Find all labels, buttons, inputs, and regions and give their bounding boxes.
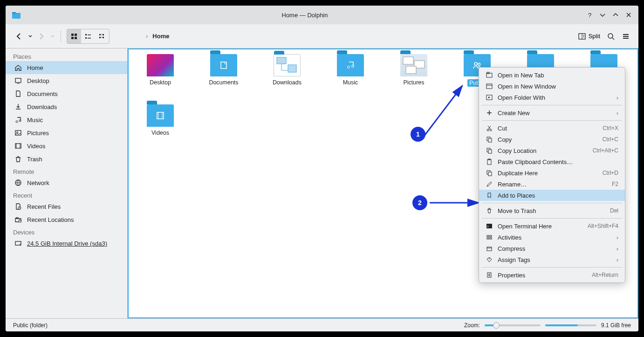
sidebar-item-internal-drive[interactable]: 24.5 GiB Internal Drive (sda3) <box>6 237 127 250</box>
svg-point-45 <box>478 63 480 66</box>
cm-cut[interactable]: CutCtrl+X <box>479 123 625 134</box>
trash-icon <box>14 155 22 163</box>
recent-files-icon <box>14 202 22 211</box>
zoom-slider[interactable] <box>485 324 541 326</box>
forward-button[interactable] <box>36 31 47 41</box>
cm-compress[interactable]: Compress› <box>479 243 625 254</box>
breadcrumb[interactable]: › Home <box>146 33 169 40</box>
breadcrumb-home[interactable]: Home <box>152 33 169 40</box>
window-icon <box>486 83 493 90</box>
icons-view-button[interactable] <box>67 29 81 43</box>
folder-icon <box>274 54 301 76</box>
forward-dropdown[interactable] <box>50 31 55 41</box>
close-button[interactable] <box>624 11 633 19</box>
cm-open-with[interactable]: Open Folder With› <box>479 92 625 103</box>
menu-button[interactable] <box>622 32 630 41</box>
sidebar-item-documents[interactable]: Documents <box>6 87 127 100</box>
archive-icon <box>486 245 493 252</box>
annotation-badge-2: 2 <box>412 195 427 210</box>
cm-create-new[interactable]: Create New› <box>479 107 625 118</box>
sidebar-item-trash[interactable]: Trash <box>6 152 127 165</box>
chevron-right-icon: › <box>617 234 618 241</box>
videos-icon <box>14 142 22 150</box>
sidebar-item-videos[interactable]: Videos <box>6 139 127 152</box>
sidebar-item-network[interactable]: Network <box>6 176 127 189</box>
cm-open-tab[interactable]: Open in New Tab <box>479 69 625 81</box>
cm-open-terminal[interactable]: Open Terminal HereAlt+Shift+F4 <box>479 220 625 232</box>
folder-videos[interactable]: Videos <box>138 104 183 136</box>
sidebar-item-recent-locations[interactable]: Recent Locations <box>6 213 127 226</box>
back-dropdown[interactable] <box>28 31 33 41</box>
svg-text:?: ? <box>588 12 591 18</box>
folder-icon <box>337 54 364 76</box>
cm-copy-location[interactable]: Copy LocationCtrl+Alt+C <box>479 145 625 156</box>
toolbar: › Home Split <box>6 24 638 48</box>
properties-icon <box>486 271 493 279</box>
music-icon <box>14 116 22 124</box>
folder-desktop[interactable]: Desktop <box>138 54 183 87</box>
svg-point-55 <box>490 129 492 131</box>
sidebar-item-music[interactable]: Music <box>6 113 127 126</box>
cm-open-window[interactable]: Open in New Window <box>479 81 625 92</box>
sidebar-item-recent-files[interactable]: Recent Files <box>6 200 127 213</box>
svg-point-39 <box>348 66 350 69</box>
tag-icon <box>486 256 493 263</box>
compact-view-button[interactable] <box>81 29 95 43</box>
svg-rect-59 <box>488 150 492 153</box>
search-button[interactable] <box>607 32 615 41</box>
tab-icon <box>486 71 493 79</box>
svg-point-27 <box>17 132 18 133</box>
desktop-icon <box>14 76 22 85</box>
split-icon <box>578 33 586 40</box>
cm-rename[interactable]: Rename…F2 <box>479 179 625 190</box>
maximize-button[interactable] <box>611 11 620 19</box>
cm-move-to-trash[interactable]: Move to TrashDel <box>479 205 625 216</box>
folder-music[interactable]: Music <box>328 54 373 87</box>
folder-downloads[interactable]: Downloads <box>265 54 309 87</box>
cm-activities[interactable]: Activities› <box>479 232 625 243</box>
copy-icon <box>486 136 493 143</box>
drive-icon <box>14 239 22 248</box>
svg-rect-65 <box>487 235 489 237</box>
folder-documents[interactable]: Documents <box>201 54 246 87</box>
split-view-button[interactable]: Split <box>578 33 600 40</box>
recent-locations-icon <box>14 215 22 224</box>
svg-rect-41 <box>403 57 413 64</box>
cm-properties[interactable]: PropertiesAlt+Return <box>479 269 625 281</box>
svg-rect-66 <box>490 235 492 237</box>
copy-location-icon <box>486 147 493 154</box>
svg-rect-51 <box>486 84 492 89</box>
titlebar: Home — Dolphin ? <box>6 6 638 24</box>
sidebar-item-desktop[interactable]: Desktop <box>6 74 127 87</box>
home-icon <box>14 63 22 72</box>
cm-copy[interactable]: CopyCtrl+C <box>479 134 625 145</box>
help-button[interactable]: ? <box>585 11 594 19</box>
search-icon <box>607 32 615 41</box>
cm-paste[interactable]: Paste Clipboard Contents… <box>479 156 625 167</box>
sidebar-item-pictures[interactable]: Pictures <box>6 126 127 139</box>
svg-point-54 <box>487 129 489 131</box>
svg-rect-67 <box>487 238 489 239</box>
cm-assign-tags[interactable]: Assign Tags› <box>479 254 625 265</box>
svg-rect-6 <box>88 34 91 35</box>
svg-point-35 <box>20 244 21 245</box>
status-bar: Public (folder) Zoom: 9.1 GiB free <box>6 318 638 331</box>
chevron-right-icon: › <box>617 256 618 263</box>
downloads-icon <box>14 103 22 111</box>
cm-add-to-places[interactable]: Add to Places <box>479 190 625 201</box>
svg-rect-38 <box>288 65 296 72</box>
svg-rect-3 <box>71 37 74 39</box>
cm-duplicate[interactable]: Duplicate HereCtrl+D <box>479 167 625 179</box>
back-button[interactable] <box>14 31 24 41</box>
play-icon <box>486 94 493 101</box>
sidebar-item-downloads[interactable]: Downloads <box>6 100 127 113</box>
pencil-icon <box>486 180 493 188</box>
separator <box>482 105 622 105</box>
sidebar-item-home[interactable]: Home <box>6 61 127 74</box>
sidebar-section-places: Places <box>6 50 127 61</box>
minimize-button[interactable] <box>598 11 607 19</box>
svg-rect-12 <box>103 37 104 38</box>
separator <box>482 203 622 203</box>
window-frame: Home — Dolphin ? › Home Split <box>6 6 638 331</box>
details-view-button[interactable] <box>95 29 109 43</box>
